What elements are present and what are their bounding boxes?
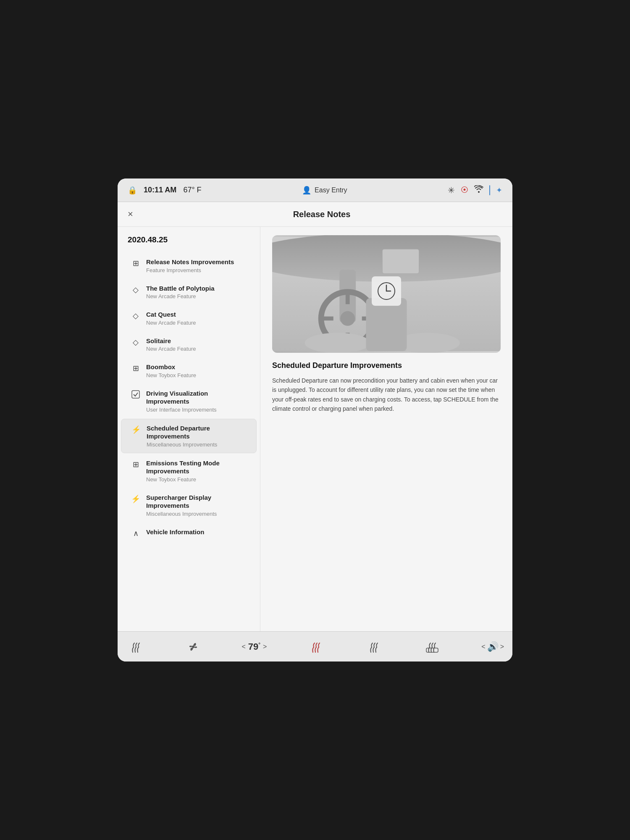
content-area: × Release Notes 2020.48.25 ⊞ Release Not… — [118, 202, 512, 631]
item-subtitle: New Arcade Feature — [146, 293, 215, 299]
item-subtitle: Miscellaneous Improvements — [147, 441, 246, 448]
seat-heat-left-icon — [129, 640, 141, 653]
status-temp: 67° F — [183, 186, 201, 194]
feature-title: Scheduled Departure Improvements — [272, 361, 501, 370]
item-title: The Battle of Polytopia — [146, 284, 215, 293]
item-title: Release Notes Improvements — [146, 258, 234, 266]
item-text: Vehicle Information — [146, 528, 204, 536]
temp-value: 79° — [248, 641, 260, 652]
right-panel: Scheduled Departure Improvements Schedul… — [260, 227, 512, 631]
item-subtitle: Feature Improvements — [146, 267, 234, 273]
supercharger-title: Supercharger Display Improvements — [146, 494, 247, 510]
grid-icon: ⊞ — [131, 364, 140, 373]
item-subtitle: New Arcade Feature — [146, 320, 196, 326]
camera-icon[interactable]: ⦿ — [461, 186, 468, 194]
header-title: Release Notes — [141, 210, 502, 219]
item-text: Cat Quest New Arcade Feature — [146, 310, 196, 326]
status-left: 🔒 10:11 AM 67° F — [128, 186, 202, 195]
lightning-icon: ⚡ — [131, 494, 140, 504]
grid-icon: ⊞ — [131, 259, 140, 268]
list-item[interactable]: ◇ Solitaire New Arcade Feature — [121, 332, 257, 357]
volume-decrease-button[interactable]: < — [481, 643, 485, 651]
item-title: Cat Quest — [146, 310, 196, 319]
item-subtitle: New Arcade Feature — [146, 346, 196, 352]
item-text: Supercharger Display Improvements Miscel… — [146, 494, 247, 517]
tesla-screen: 🔒 10:11 AM 67° F 👤 Easy Entry ✳ ⦿ ✦ — [118, 178, 512, 662]
easy-entry-label[interactable]: Easy Entry — [315, 186, 347, 194]
list-item[interactable]: ◇ Cat Quest New Arcade Feature — [121, 305, 257, 331]
bluetooth-icon[interactable]: ✦ — [496, 186, 502, 195]
volume-control: < 🔊 > — [481, 641, 504, 652]
temp-decrease-button[interactable]: < — [242, 643, 245, 651]
seat-heat-right-icon — [368, 640, 379, 653]
profile-icon: 🔒 — [128, 186, 137, 195]
status-center: 👤 Easy Entry — [202, 186, 448, 195]
list-item[interactable]: ⚡ Supercharger Display Improvements Misc… — [121, 488, 257, 522]
svg-rect-0 — [132, 391, 139, 398]
main-content: 2020.48.25 ⊞ Release Notes Improvements … — [118, 227, 512, 631]
svg-point-11 — [305, 333, 370, 353]
fan-button[interactable] — [184, 641, 202, 653]
item-subtitle: New Toybox Feature — [146, 372, 196, 378]
item-text: Scheduled Departure Improvements Miscell… — [147, 424, 246, 448]
svg-rect-10 — [382, 249, 419, 273]
svg-rect-18 — [426, 648, 438, 652]
close-button[interactable]: × — [128, 209, 141, 220]
list-item[interactable]: Driving Visualization Improvements User … — [121, 384, 257, 418]
fan-icon — [187, 641, 199, 653]
item-title: Vehicle Information — [146, 528, 204, 536]
status-time: 10:11 AM — [144, 186, 176, 194]
clock-overlay — [372, 276, 401, 306]
svg-rect-13 — [366, 298, 407, 351]
status-right: ✳ ⦿ ✦ — [448, 185, 502, 195]
clock-icon — [377, 282, 396, 300]
item-text: Emissions Testing Mode Improvements New … — [146, 459, 247, 483]
person-icon: 👤 — [302, 186, 311, 195]
list-item-active[interactable]: ⚡ Scheduled Departure Improvements Misce… — [121, 419, 257, 453]
seat-heat-right-1[interactable] — [364, 640, 383, 653]
list-item[interactable]: ⊞ Emissions Testing Mode Improvements Ne… — [121, 454, 257, 488]
diamond-icon: ◇ — [131, 285, 140, 294]
header: × Release Notes — [118, 202, 512, 227]
steering-heat-icon — [310, 640, 321, 653]
item-text: Release Notes Improvements Feature Impro… — [146, 258, 234, 273]
steering-heat-button[interactable] — [306, 640, 325, 653]
item-subtitle: User Interface Improvements — [146, 407, 247, 413]
item-subtitle: New Toybox Feature — [146, 476, 247, 483]
version-label: 2020.48.25 — [118, 235, 260, 253]
list-item[interactable]: ⊞ Boombox New Toybox Feature — [121, 358, 257, 383]
volume-icon: 🔊 — [487, 641, 499, 652]
checkbox-icon — [131, 390, 140, 401]
grid-icon: ⊞ — [131, 460, 140, 469]
lightning-icon: ⚡ — [131, 425, 141, 434]
item-title: Scheduled Departure Improvements — [147, 424, 246, 441]
brightness-icon[interactable]: ✳ — [448, 185, 455, 195]
driving-viz-title: Driving Visualization Improvements — [146, 389, 247, 406]
item-text: The Battle of Polytopia New Arcade Featu… — [146, 284, 215, 300]
item-subtitle: Miscellaneous Improvements — [146, 511, 247, 517]
svg-point-9 — [340, 311, 355, 326]
diamond-icon: ◇ — [131, 311, 140, 320]
status-divider — [489, 185, 490, 195]
item-text: Solitaire New Arcade Feature — [146, 337, 196, 352]
item-text: Driving Visualization Improvements User … — [146, 389, 247, 413]
feature-image — [272, 235, 501, 353]
svg-point-17 — [192, 646, 194, 648]
item-title: Emissions Testing Mode Improvements — [146, 459, 247, 475]
chevron-up-icon: ∧ — [131, 529, 140, 538]
sidebar: 2020.48.25 ⊞ Release Notes Improvements … — [118, 227, 260, 631]
list-item[interactable]: ⊞ Release Notes Improvements Feature Imp… — [121, 253, 257, 278]
item-title: Boombox — [146, 363, 196, 371]
wifi-icon — [474, 185, 483, 195]
list-item[interactable]: ◇ The Battle of Polytopia New Arcade Fea… — [121, 279, 257, 305]
seat-heat-left[interactable] — [126, 640, 144, 653]
seat-heat-right-2[interactable] — [422, 640, 442, 653]
bottom-bar: < 79° > — [118, 631, 512, 662]
diamond-icon: ◇ — [131, 338, 140, 347]
temp-control-left: < 79° > — [242, 641, 267, 652]
volume-increase-button[interactable]: > — [500, 643, 504, 651]
temp-increase-button[interactable]: > — [263, 643, 267, 651]
item-title: Solitaire — [146, 337, 196, 345]
list-item[interactable]: ∧ Vehicle Information — [121, 523, 257, 543]
item-text: Boombox New Toybox Feature — [146, 363, 196, 378]
